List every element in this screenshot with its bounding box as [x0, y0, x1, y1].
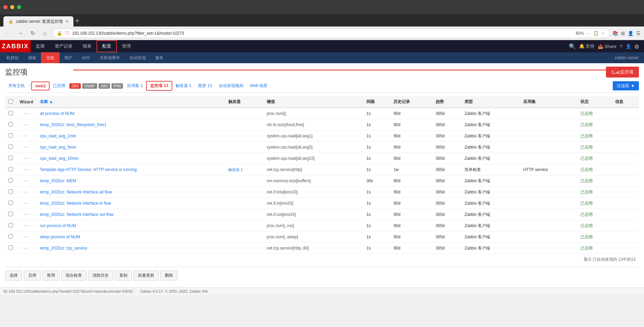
forward-button[interactable]: →	[16, 29, 25, 38]
row-name[interactable]: temp_2020zz: Network interface out flow	[36, 209, 225, 220]
row-wizard[interactable]: ···	[16, 198, 36, 209]
row-checkbox[interactable]	[8, 201, 13, 205]
row-checkbox[interactable]	[8, 122, 13, 126]
row-name[interactable]: cpu_load_avg_5min	[36, 142, 225, 153]
app-count-tab[interactable]: 应用集 1	[124, 82, 146, 90]
menu-item-admin[interactable]: 管理	[117, 40, 136, 52]
action-btn-批量更新[interactable]: 批量更新	[134, 271, 159, 280]
header-name[interactable]: 名称 ▲	[36, 96, 225, 108]
row-checkbox[interactable]	[8, 245, 13, 250]
action-btn-复制[interactable]: 复制	[115, 271, 132, 280]
row-checkbox[interactable]	[8, 111, 13, 115]
search-icon[interactable]: 🔍	[569, 43, 576, 50]
menu-item-config[interactable]: 配置	[97, 40, 117, 52]
profile-icon[interactable]: 👤	[628, 31, 633, 36]
row-name[interactable]: cpu_load_avg_15min	[36, 153, 225, 164]
subnav-item-services[interactable]: 服务	[151, 52, 168, 63]
zabbix-logo[interactable]: ZABBIX	[0, 40, 31, 52]
row-wizard[interactable]: ···	[16, 131, 36, 142]
all-hosts-breadcrumb[interactable]: 所有主机	[5, 82, 28, 90]
row-checkbox[interactable]	[8, 133, 13, 138]
monitor-count-tab[interactable]: 监控项 13	[146, 81, 172, 91]
address-bar[interactable]: 🔒 🛡 192.168.152.130/zabbix/items.php?fil…	[52, 29, 610, 38]
row-checkbox[interactable]	[8, 189, 13, 194]
filter-button[interactable]: 过滤器 ▼	[613, 81, 639, 90]
row-checkbox[interactable]	[8, 156, 13, 160]
row-wizard[interactable]: ···	[16, 209, 36, 220]
row-checkbox[interactable]	[8, 234, 13, 239]
action-btn-删除[interactable]: 删除	[160, 271, 177, 280]
menu-icon[interactable]: ☰	[636, 31, 641, 36]
action-btn-选择[interactable]: 选择	[5, 271, 22, 280]
subnav-item-templates[interactable]: 模板	[23, 52, 41, 63]
row-wizard[interactable]: ···	[16, 164, 36, 175]
row-name[interactable]: sleep process of NUM	[36, 231, 225, 243]
subnav-item-correlations[interactable]: 关联项事件	[95, 52, 125, 63]
menu-item-assets[interactable]: 资产记录	[50, 40, 77, 52]
action-btn-禁用[interactable]: 禁用	[42, 271, 59, 280]
bookmark-icon[interactable]: ☆	[601, 31, 605, 36]
extensions-icon[interactable]: 📚	[612, 31, 618, 36]
row-name[interactable]: cpu_load_avg_1min	[36, 131, 225, 142]
row-checkbox[interactable]	[8, 144, 13, 149]
row-checkbox[interactable]	[8, 212, 13, 216]
subnav-item-maintenance[interactable]: 维护	[59, 52, 77, 63]
row-name[interactable]: temp_2020zz: boot_filesystem_free1	[36, 119, 225, 131]
row-wizard[interactable]: ···	[16, 142, 36, 153]
status-enabled-tab[interactable]: 已启用	[50, 82, 69, 90]
row-name[interactable]: temp_2020zz: Network interface all flow	[36, 187, 225, 198]
row-checkbox[interactable]	[8, 223, 13, 227]
row-checkbox[interactable]	[8, 178, 13, 183]
subnav-item-autodiscovery[interactable]: 自动发现	[125, 52, 151, 63]
row-wizard[interactable]: ···	[16, 243, 36, 254]
support-link[interactable]: 🔔 支持	[579, 43, 595, 49]
row-name[interactable]: temp_2020zz: Network interface in flow	[36, 198, 225, 209]
graph-count-tab[interactable]: 图形 13	[195, 82, 215, 90]
action-btn-启用[interactable]: 启用	[24, 271, 41, 280]
user-icon[interactable]: 👤	[626, 44, 631, 49]
active-tab[interactable]: 🔒 zabbix server: 配置监控项 ×	[3, 16, 73, 27]
action-btn-清除历史[interactable]: 清除历史	[88, 271, 113, 280]
select-all-checkbox[interactable]	[8, 99, 13, 104]
subnav-item-groups[interactable]: 机群组	[2, 52, 23, 63]
row-wizard[interactable]: ···	[16, 108, 36, 119]
refresh-button[interactable]: ↻	[28, 29, 37, 38]
action-btn-现在检查[interactable]: 现在检查	[61, 271, 86, 280]
auto-discovery-tab[interactable]: 自动发现规则	[215, 82, 247, 90]
row-wizard[interactable]: ···	[16, 153, 36, 164]
create-monitor-button[interactable]: 创建监控项	[606, 67, 639, 78]
subnav-item-hosts[interactable]: 主机	[41, 52, 59, 63]
row-wizard[interactable]: ···	[16, 119, 36, 131]
row-wizard[interactable]: ···	[16, 220, 36, 231]
row-wizard[interactable]: ···	[16, 175, 36, 187]
row-checkbox[interactable]	[8, 167, 13, 171]
row-name[interactable]: all process of NUM	[36, 108, 225, 119]
help-icon[interactable]: ?	[620, 44, 622, 49]
row-wizard[interactable]: ···	[16, 231, 36, 243]
web-tab[interactable]: Web 场景	[247, 82, 271, 90]
new-tab-button[interactable]: +	[75, 17, 79, 27]
subnav-item-actions[interactable]: 动作	[77, 52, 95, 63]
row-name[interactable]: temp_2020zz: tcp_service	[36, 243, 225, 254]
sync-icon[interactable]: ⊞	[621, 31, 625, 36]
row-wizard[interactable]: ···	[16, 187, 36, 198]
share-link[interactable]: 📤 Share	[598, 44, 616, 49]
row-name[interactable]: temp_2020zz: MEM	[36, 175, 225, 187]
menu-item-reports[interactable]: 报表	[77, 40, 97, 52]
trigger-count-tab[interactable]: 触发器 1	[172, 82, 195, 90]
row-triggers[interactable]: 触发器 1	[225, 164, 263, 175]
menu-item-monitor[interactable]: 监测	[31, 40, 50, 52]
pocket-icon[interactable]: 📋	[593, 31, 598, 36]
row-name[interactable]: Template App HTTP Service: HTTP service …	[36, 164, 225, 175]
power-icon[interactable]: ⏻	[634, 44, 639, 49]
back-button[interactable]: ←	[3, 29, 13, 38]
host-tab-web2[interactable]: web2	[31, 82, 50, 90]
header-history: 历史记录	[390, 96, 432, 108]
home-button[interactable]: ⌂	[40, 29, 50, 38]
row-status: 已启用	[577, 164, 612, 175]
tab-close-icon[interactable]: ×	[66, 19, 68, 24]
row-key: vfs.fs.size[/boot,free]	[263, 119, 363, 131]
row-name[interactable]: run process of NUM	[36, 220, 225, 231]
header-checkbox[interactable]	[5, 96, 16, 108]
more-icon[interactable]: ···	[587, 31, 590, 36]
